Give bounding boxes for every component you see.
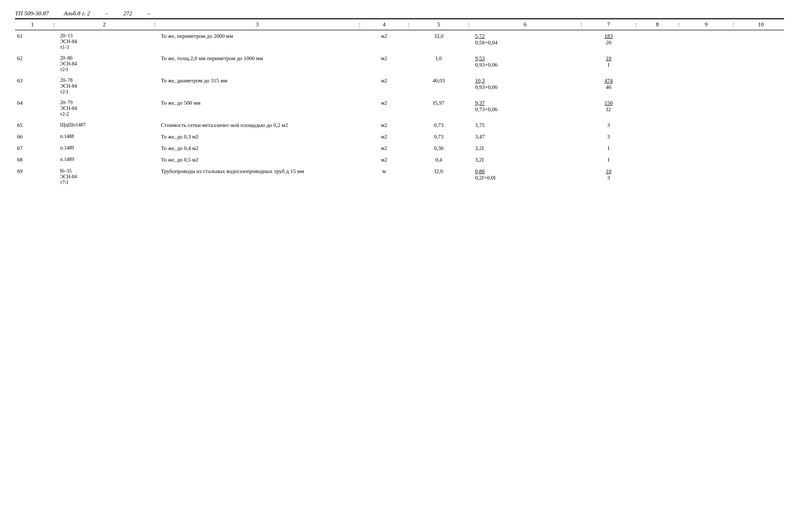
header-dash2: –: [147, 10, 150, 17]
sep: [150, 166, 159, 188]
row-col9: [683, 75, 729, 97]
sep: [577, 154, 585, 166]
table-row: 6420–79 ЭСН-84 т2-2То же, до 500 ммм2I5,…: [15, 97, 784, 119]
sep: [675, 166, 683, 188]
header-center: Альб.8 г. 2: [64, 10, 90, 17]
sep: [404, 119, 413, 131]
sep-8: :: [675, 19, 683, 30]
sep: [675, 97, 683, 119]
row-ref: 20–79 ЭСН-84 т2-2: [58, 97, 150, 119]
sep: [356, 142, 364, 154]
sep-3: :: [356, 19, 364, 30]
row-col9: [683, 53, 729, 75]
sep: [150, 30, 159, 53]
sep: [404, 53, 413, 75]
col-header-3: 3: [159, 19, 356, 30]
row-col6: 0,860,2I+0,0I: [473, 166, 577, 188]
sep: [356, 30, 364, 53]
row-col6: 10,30,93+0,06: [473, 75, 577, 97]
sep: [465, 30, 473, 53]
table-row: 65ЩцШп1487Стоимость сетки металличес-кой…: [15, 119, 784, 131]
row-col7: I: [585, 142, 632, 154]
sep-1: :: [50, 19, 58, 30]
sep: [729, 154, 738, 166]
sep: [465, 154, 473, 166]
table-row: 6220–86 ЭСН-84 т2-IТо же, толщ.2,0 мм пе…: [15, 53, 784, 75]
row-desc: Трубопроводы из стальных водогазопроводн…: [159, 166, 356, 188]
sep: [675, 75, 683, 97]
row-num: 65: [15, 119, 50, 131]
row-col6: 3,2I: [473, 154, 577, 166]
row-num: 63: [15, 75, 50, 97]
sep: [150, 97, 159, 119]
table-row: 6320–78 ЭСН-84 т2-IТо же, диаметром до 3…: [15, 75, 784, 97]
sep: [632, 97, 640, 119]
row-qty: 0,73: [413, 119, 465, 131]
row-ref: п.1489: [58, 154, 150, 166]
row-col6: 3,2I: [473, 142, 577, 154]
col-header-9: 9: [683, 19, 729, 30]
sep: [465, 166, 473, 188]
sep: [675, 119, 683, 131]
row-desc: То же, диаметром до 315 мм: [159, 75, 356, 97]
sep: [50, 75, 58, 97]
sep: [150, 75, 159, 97]
row-col8: [640, 131, 675, 142]
row-col10: [738, 142, 784, 154]
row-desc: То же, до 500 мм: [159, 97, 356, 119]
sep: [356, 75, 364, 97]
sep: [675, 131, 683, 142]
col-header-6: 6: [473, 19, 577, 30]
sep: [729, 131, 738, 142]
col-header-4: 4: [364, 19, 404, 30]
row-ref: 20–13 ЭСН-84 т1-3: [58, 30, 150, 53]
sep: [729, 75, 738, 97]
sep: [150, 154, 159, 166]
sep: [356, 53, 364, 75]
row-qty: 46,03: [413, 75, 465, 97]
row-ref: п.1488: [58, 131, 150, 142]
column-header-row: 1 : 2 : 3 : 4 : 5 : 6 : 7 : 8 : 9 : 10: [15, 19, 784, 30]
row-num: 67: [15, 142, 50, 154]
sep: [465, 97, 473, 119]
row-unit: м2: [364, 154, 404, 166]
row-col6: 3,47: [473, 131, 577, 142]
row-col10: [738, 97, 784, 119]
sep: [356, 154, 364, 166]
row-unit: м2: [364, 75, 404, 97]
header-dash: –: [105, 10, 108, 17]
header-number: 272: [123, 10, 132, 17]
sep: [577, 119, 585, 131]
row-col7: 3: [585, 131, 632, 142]
row-col8: [640, 75, 675, 97]
sep-6: :: [577, 19, 585, 30]
row-num: 64: [15, 97, 50, 119]
row-num: 69: [15, 166, 50, 188]
row-col7: 18320: [585, 30, 632, 53]
row-col8: [640, 166, 675, 188]
row-col9: [683, 166, 729, 188]
sep: [404, 142, 413, 154]
row-unit: м2: [364, 119, 404, 131]
sep: [50, 142, 58, 154]
row-unit: м2: [364, 53, 404, 75]
sep: [465, 131, 473, 142]
row-col8: [640, 119, 675, 131]
row-col6: 5,720,58+0,04: [473, 30, 577, 53]
sep: [632, 30, 640, 53]
table-row: 67п.1489То же, до 0,4 м2м20,363,2II: [15, 142, 784, 154]
sep: [577, 97, 585, 119]
sep: [356, 166, 364, 188]
sep: [465, 53, 473, 75]
row-col9: [683, 131, 729, 142]
sep: [150, 131, 159, 142]
row-ref: I6–35 ЭСН-84 т7-I: [58, 166, 150, 188]
sep: [632, 154, 640, 166]
row-col9: [683, 154, 729, 166]
sep: [465, 142, 473, 154]
col-header-10: 10: [738, 19, 784, 30]
sep: [577, 142, 585, 154]
row-col10: [738, 154, 784, 166]
row-qty: I2,0: [413, 166, 465, 188]
row-col6: 9,530,93+0,06: [473, 53, 577, 75]
